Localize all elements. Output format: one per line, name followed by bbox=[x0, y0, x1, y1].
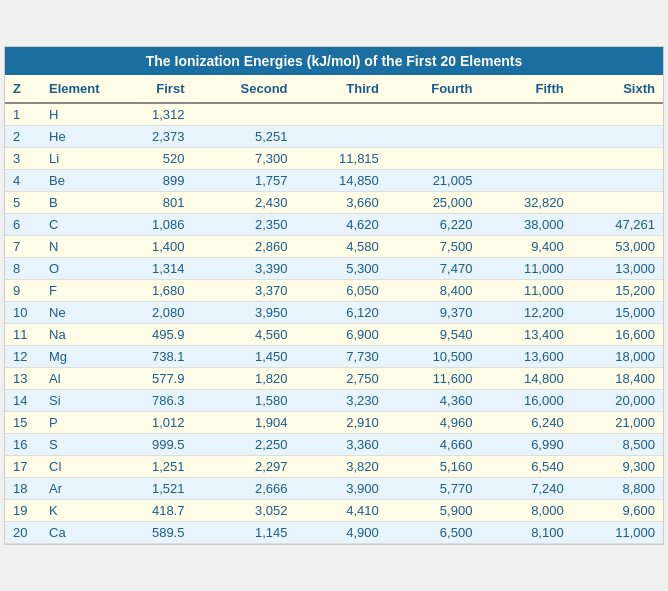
table-cell: C bbox=[41, 214, 113, 236]
table-cell: 589.5 bbox=[113, 522, 192, 544]
table-cell: 4,960 bbox=[387, 412, 481, 434]
table-cell: 3,370 bbox=[192, 280, 295, 302]
table-cell: 3 bbox=[5, 148, 41, 170]
table-row: 5B8012,4303,66025,00032,820 bbox=[5, 192, 663, 214]
table-cell: 495.9 bbox=[113, 324, 192, 346]
col-second: Second bbox=[192, 75, 295, 103]
table-cell: 7,500 bbox=[387, 236, 481, 258]
table-cell: 6,050 bbox=[296, 280, 387, 302]
table-cell: 15 bbox=[5, 412, 41, 434]
table-cell: 6,240 bbox=[480, 412, 571, 434]
table-cell: He bbox=[41, 126, 113, 148]
table-cell: 5 bbox=[5, 192, 41, 214]
table-cell: 13 bbox=[5, 368, 41, 390]
table-cell: 9,400 bbox=[480, 236, 571, 258]
table-cell bbox=[296, 103, 387, 126]
table-cell: 801 bbox=[113, 192, 192, 214]
table-cell: 1,904 bbox=[192, 412, 295, 434]
table-cell: 14,800 bbox=[480, 368, 571, 390]
table-cell: O bbox=[41, 258, 113, 280]
table-cell: 3,052 bbox=[192, 500, 295, 522]
table-body: 1H1,3122He2,3735,2513Li5207,30011,8154Be… bbox=[5, 103, 663, 544]
table-cell: 4 bbox=[5, 170, 41, 192]
table-cell: 7 bbox=[5, 236, 41, 258]
table-cell: 1 bbox=[5, 103, 41, 126]
table-cell: 9,540 bbox=[387, 324, 481, 346]
table-cell: 4,900 bbox=[296, 522, 387, 544]
table-cell: 32,820 bbox=[480, 192, 571, 214]
table-cell: Mg bbox=[41, 346, 113, 368]
table-cell: 1,086 bbox=[113, 214, 192, 236]
table-cell: 20,000 bbox=[572, 390, 663, 412]
table-cell: Be bbox=[41, 170, 113, 192]
col-fourth: Fourth bbox=[387, 75, 481, 103]
table-row: 6C1,0862,3504,6206,22038,00047,261 bbox=[5, 214, 663, 236]
table-row: 9F1,6803,3706,0508,40011,00015,200 bbox=[5, 280, 663, 302]
table-row: 18Ar1,5212,6663,9005,7707,2408,800 bbox=[5, 478, 663, 500]
table-cell: 1,521 bbox=[113, 478, 192, 500]
table-cell: 2,373 bbox=[113, 126, 192, 148]
table-cell: 14 bbox=[5, 390, 41, 412]
table-cell: 1,450 bbox=[192, 346, 295, 368]
col-sixth: Sixth bbox=[572, 75, 663, 103]
table-cell bbox=[387, 148, 481, 170]
table-cell: 3,230 bbox=[296, 390, 387, 412]
table-row: 20Ca589.51,1454,9006,5008,10011,000 bbox=[5, 522, 663, 544]
table-cell: F bbox=[41, 280, 113, 302]
table-cell: Li bbox=[41, 148, 113, 170]
table-cell bbox=[572, 148, 663, 170]
table-cell: 11 bbox=[5, 324, 41, 346]
table-cell: 21,005 bbox=[387, 170, 481, 192]
table-cell: 1,400 bbox=[113, 236, 192, 258]
table-cell: 47,261 bbox=[572, 214, 663, 236]
table-cell: B bbox=[41, 192, 113, 214]
table-cell: 13,400 bbox=[480, 324, 571, 346]
table-cell: 18,000 bbox=[572, 346, 663, 368]
table-cell: 19 bbox=[5, 500, 41, 522]
table-cell: 9,370 bbox=[387, 302, 481, 324]
table-cell: P bbox=[41, 412, 113, 434]
table-row: 17Cl1,2512,2973,8205,1606,5409,300 bbox=[5, 456, 663, 478]
ionization-table: Z Element First Second Third Fourth Fift… bbox=[5, 75, 663, 544]
table-row: 4Be8991,75714,85021,005 bbox=[5, 170, 663, 192]
table-cell bbox=[480, 148, 571, 170]
col-element: Element bbox=[41, 75, 113, 103]
table-cell: 4,620 bbox=[296, 214, 387, 236]
table-cell: 1,820 bbox=[192, 368, 295, 390]
table-cell: 18 bbox=[5, 478, 41, 500]
table-row: 1H1,312 bbox=[5, 103, 663, 126]
table-cell: 4,360 bbox=[387, 390, 481, 412]
table-cell: 5,251 bbox=[192, 126, 295, 148]
table-cell: 11,000 bbox=[480, 280, 571, 302]
table-cell: 5,160 bbox=[387, 456, 481, 478]
table-cell: 8 bbox=[5, 258, 41, 280]
table-cell: 13,000 bbox=[572, 258, 663, 280]
table-cell bbox=[387, 126, 481, 148]
table-cell: 18,400 bbox=[572, 368, 663, 390]
table-cell: 2,250 bbox=[192, 434, 295, 456]
table-cell: N bbox=[41, 236, 113, 258]
table-cell: 53,000 bbox=[572, 236, 663, 258]
table-cell: 6,500 bbox=[387, 522, 481, 544]
table-cell: 4,560 bbox=[192, 324, 295, 346]
table-cell: 17 bbox=[5, 456, 41, 478]
table-row: 16S999.52,2503,3604,6606,9908,500 bbox=[5, 434, 663, 456]
table-row: 3Li5207,30011,815 bbox=[5, 148, 663, 170]
table-cell: 9,600 bbox=[572, 500, 663, 522]
table-row: 11Na495.94,5606,9009,54013,40016,600 bbox=[5, 324, 663, 346]
table-cell: 6 bbox=[5, 214, 41, 236]
table-cell: 3,950 bbox=[192, 302, 295, 324]
table-cell: 8,000 bbox=[480, 500, 571, 522]
table-row: 8O1,3143,3905,3007,47011,00013,000 bbox=[5, 258, 663, 280]
table-cell: 21,000 bbox=[572, 412, 663, 434]
table-cell: 9,300 bbox=[572, 456, 663, 478]
table-cell bbox=[572, 192, 663, 214]
table-cell: 3,360 bbox=[296, 434, 387, 456]
table-cell: 11,600 bbox=[387, 368, 481, 390]
table-cell: 8,500 bbox=[572, 434, 663, 456]
table-cell: 418.7 bbox=[113, 500, 192, 522]
table-cell bbox=[480, 170, 571, 192]
table-cell bbox=[572, 170, 663, 192]
table-cell: 25,000 bbox=[387, 192, 481, 214]
table-cell: 11,815 bbox=[296, 148, 387, 170]
